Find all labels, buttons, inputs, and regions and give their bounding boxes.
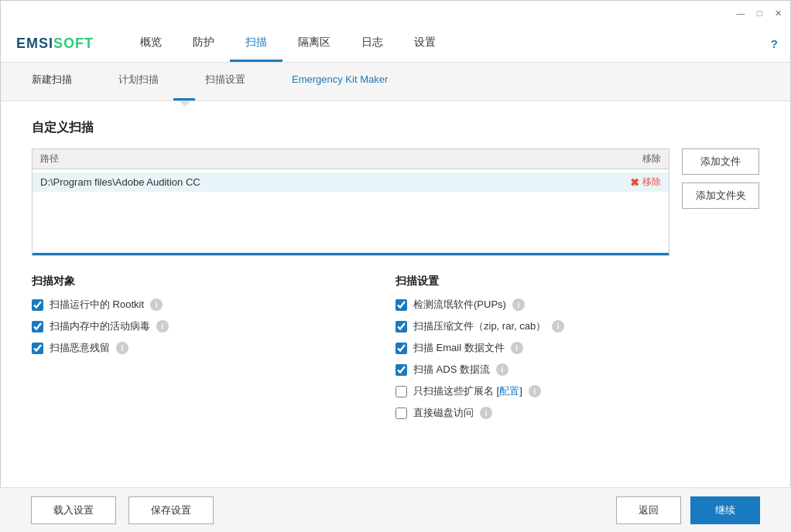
minimize-button[interactable]: — bbox=[734, 7, 747, 19]
return-button[interactable]: 返回 bbox=[616, 496, 681, 524]
save-settings-button[interactable]: 保存设置 bbox=[128, 496, 214, 524]
header-path: 路径 bbox=[40, 152, 59, 165]
checkbox-traces-label: 扫描恶意残留 bbox=[50, 341, 110, 355]
checkbox-memory-input[interactable] bbox=[32, 321, 43, 332]
sub-nav: 新建扫描 计划扫描 扫描设置 Emergency Kit Maker bbox=[1, 63, 790, 101]
nav-scan[interactable]: 扫描 bbox=[230, 26, 282, 62]
paths-buttons: 添加文件 添加文件夹 bbox=[682, 148, 759, 256]
paths-bottom-border bbox=[33, 253, 669, 255]
nav-logs[interactable]: 日志 bbox=[346, 26, 399, 62]
info-memory-icon[interactable]: i bbox=[156, 320, 169, 332]
footer-left: 载入设置 保存设置 bbox=[31, 496, 214, 524]
checkbox-direct: 直接磁盘访问 i bbox=[396, 406, 759, 420]
checkbox-email-input[interactable] bbox=[396, 343, 407, 354]
continue-button[interactable]: 继续 bbox=[690, 496, 760, 524]
window-controls: — □ ✕ bbox=[734, 7, 784, 19]
checkbox-memory-label: 扫描内存中的活动病毒 bbox=[50, 319, 150, 333]
logo: EMSISOFT bbox=[1, 36, 125, 52]
checkbox-rootkit-label: 扫描运行中的 Rootkit bbox=[50, 298, 144, 312]
info-archives-icon[interactable]: i bbox=[552, 320, 564, 332]
nav-items: 概览 防护 扫描 隔离区 日志 设置 bbox=[125, 26, 451, 62]
header-remove: 移除 bbox=[642, 152, 661, 165]
checkbox-archives-label: 扫描压缩文件（zip, rar, cab） bbox=[413, 319, 546, 333]
checkbox-extensions: 只扫描这些扩展名 [配置] i bbox=[396, 384, 759, 398]
checkbox-pup-label: 检测流氓软件(PUPs) bbox=[413, 298, 506, 312]
add-folder-button[interactable]: 添加文件夹 bbox=[682, 182, 759, 209]
section-title: 自定义扫描 bbox=[32, 120, 759, 136]
nav-quarantine[interactable]: 隔离区 bbox=[282, 26, 346, 62]
title-bar: — □ ✕ bbox=[1, 1, 790, 26]
checkbox-direct-label: 直接磁盘访问 bbox=[413, 406, 474, 420]
paths-header: 路径 移除 bbox=[33, 149, 669, 169]
path-row: D:\Program files\Adobe Audition CC ✖ 移除 bbox=[33, 172, 669, 192]
subnav-scheduled[interactable]: 计划扫描 bbox=[118, 73, 159, 91]
scan-targets-title: 扫描对象 bbox=[32, 275, 396, 288]
maximize-button[interactable]: □ bbox=[753, 7, 765, 19]
path-text: D:\Program files\Adobe Audition CC bbox=[40, 176, 200, 188]
scan-targets-col: 扫描对象 扫描运行中的 Rootkit i 扫描内存中的活动病毒 i 扫描恶意残… bbox=[32, 275, 396, 428]
checkbox-extensions-input[interactable] bbox=[396, 386, 407, 397]
checkbox-traces-input[interactable] bbox=[32, 343, 43, 354]
scan-area: 路径 移除 D:\Program files\Adobe Audition CC… bbox=[32, 148, 759, 256]
logo-soft: SOFT bbox=[53, 36, 94, 51]
checkbox-archives-input[interactable] bbox=[396, 321, 407, 332]
info-extensions-icon[interactable]: i bbox=[529, 385, 541, 397]
checkbox-email: 扫描 Email 数据文件 i bbox=[396, 341, 759, 355]
paths-table: 路径 移除 D:\Program files\Adobe Audition CC… bbox=[32, 148, 669, 256]
main-nav: EMSISOFT 概览 防护 扫描 隔离区 日志 设置 ? bbox=[1, 26, 790, 63]
subnav-new-scan[interactable]: 新建扫描 bbox=[32, 73, 72, 91]
checkbox-pup: 检测流氓软件(PUPs) i bbox=[396, 298, 759, 312]
checkbox-extensions-label: 只扫描这些扩展名 [配置] bbox=[413, 384, 522, 398]
checkbox-ads-input[interactable] bbox=[396, 364, 407, 376]
close-button[interactable]: ✕ bbox=[772, 7, 784, 19]
checkbox-archives: 扫描压缩文件（zip, rar, cab） i bbox=[396, 319, 759, 333]
nav-overview[interactable]: 概览 bbox=[125, 26, 177, 62]
subnav-scan-settings[interactable]: 扫描设置 bbox=[205, 73, 245, 91]
nav-right: ? bbox=[771, 37, 790, 50]
paths-body: D:\Program files\Adobe Audition CC ✖ 移除 bbox=[33, 169, 669, 247]
subnav-triangle bbox=[179, 101, 191, 107]
checkbox-traces: 扫描恶意残留 i bbox=[32, 341, 396, 355]
checkbox-email-label: 扫描 Email 数据文件 bbox=[413, 341, 505, 355]
info-email-icon[interactable]: i bbox=[511, 342, 523, 354]
scan-options-row: 扫描对象 扫描运行中的 Rootkit i 扫描内存中的活动病毒 i 扫描恶意残… bbox=[32, 275, 759, 428]
add-file-button[interactable]: 添加文件 bbox=[682, 148, 759, 175]
info-direct-icon[interactable]: i bbox=[480, 407, 492, 419]
info-traces-icon[interactable]: i bbox=[116, 342, 128, 354]
checkbox-pup-input[interactable] bbox=[396, 299, 407, 311]
remove-label: 移除 bbox=[642, 176, 661, 189]
checkbox-direct-input[interactable] bbox=[396, 408, 407, 419]
checkbox-ads: 扫描 ADS 数据流 i bbox=[396, 363, 759, 377]
remove-button[interactable]: ✖ 移除 bbox=[630, 176, 661, 189]
content-area: 自定义扫描 路径 移除 D:\Program files\Adobe Audit… bbox=[1, 101, 790, 488]
help-button[interactable]: ? bbox=[771, 37, 778, 50]
scan-settings-col: 扫描设置 检测流氓软件(PUPs) i 扫描压缩文件（zip, rar, cab… bbox=[396, 275, 759, 428]
checkbox-rootkit-input[interactable] bbox=[32, 299, 43, 311]
config-link[interactable]: 配置 bbox=[499, 385, 519, 397]
logo-emsi: EMSI bbox=[16, 36, 53, 51]
checkbox-memory: 扫描内存中的活动病毒 i bbox=[32, 319, 396, 333]
info-rootkit-icon[interactable]: i bbox=[150, 298, 163, 311]
footer: 载入设置 保存设置 返回 继续 bbox=[0, 487, 791, 532]
nav-protection[interactable]: 防护 bbox=[177, 26, 230, 62]
nav-settings[interactable]: 设置 bbox=[399, 26, 451, 62]
checkbox-rootkit: 扫描运行中的 Rootkit i bbox=[32, 298, 396, 312]
scan-settings-title: 扫描设置 bbox=[396, 275, 759, 288]
paths-section: 路径 移除 D:\Program files\Adobe Audition CC… bbox=[32, 148, 669, 256]
info-ads-icon[interactable]: i bbox=[496, 363, 508, 376]
load-settings-button[interactable]: 载入设置 bbox=[31, 496, 116, 524]
subnav-emergency[interactable]: Emergency Kit Maker bbox=[292, 73, 388, 90]
remove-x-icon: ✖ bbox=[630, 176, 639, 189]
checkbox-ads-label: 扫描 ADS 数据流 bbox=[413, 363, 490, 377]
footer-right: 返回 继续 bbox=[616, 496, 760, 524]
info-pup-icon[interactable]: i bbox=[512, 298, 525, 311]
